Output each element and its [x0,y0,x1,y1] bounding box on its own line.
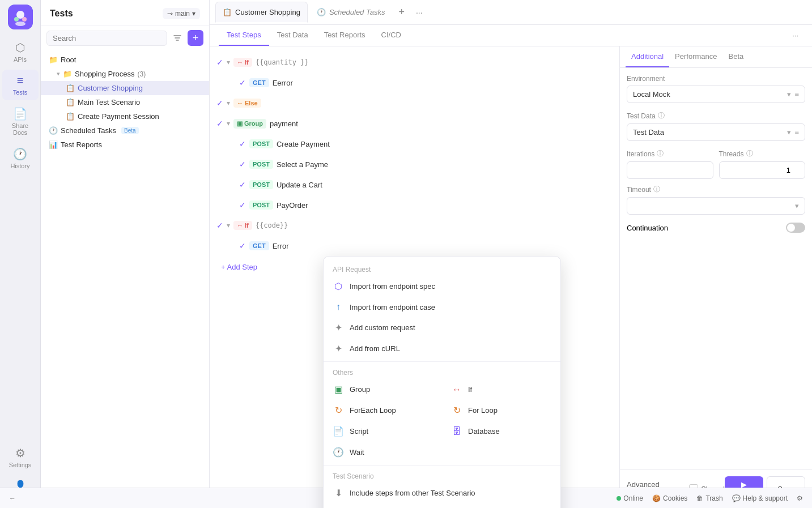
collapse-button[interactable]: ← [9,494,16,502]
tree-item-customer-shopping[interactable]: 📋 Customer Shopping [41,81,209,95]
timeout-select[interactable]: ▾ [627,197,805,215]
step-check-if1[interactable]: ✓ [216,58,223,67]
td-menu-icon: ≡ [794,128,799,136]
dropdown-import-endpoint-case[interactable]: ↑ Import from endpoint case [324,297,560,317]
rp-tab-additional[interactable]: Additional [626,46,669,67]
step-check-group[interactable]: ✓ [216,119,223,128]
environment-select[interactable]: Local Mock ▾ ≡ [627,86,805,103]
step-badge-group: ▣ Group [233,119,266,129]
tree-item-root[interactable]: 📁 Root [41,53,209,67]
main-area: 📋 Customer Shopping 🕐 Scheduled Tasks + … [210,0,812,508]
left-panel-header: Tests ⊸ main ▾ [41,0,209,25]
svg-point-3 [22,17,27,22]
threads-info-icon: ⓘ [746,149,753,159]
scenario-icon: 📋 [66,84,75,92]
divider-1 [324,361,560,362]
step-check-get2[interactable]: ✓ [239,241,246,250]
tab-customer-shopping[interactable]: 📋 Customer Shopping [215,2,308,23]
sub-tab-more-button[interactable]: ··· [788,27,803,44]
left-panel-title: Tests [50,8,73,19]
dropdown-add-custom-request[interactable]: ✦ Add custom request [324,317,560,338]
cookies-button[interactable]: 🍪 Cookies [652,494,687,502]
tree-item-scheduled-tasks[interactable]: 🕐 Scheduled Tasks Beta [41,123,209,138]
dropdown-import-endpoint-spec[interactable]: ⬡ Import from endpoint spec [324,276,560,297]
step-check-if2[interactable]: ✓ [216,221,223,230]
dropdown-wait[interactable]: 🕐 Wait [324,442,560,463]
branch-selector[interactable]: ⊸ main ▾ [163,8,200,19]
tree-item-shopping-process[interactable]: ▾ 📁 Shopping Process (3) [41,67,209,81]
tree-item-test-reports[interactable]: 📊 Test Reports [41,138,209,152]
tab-more-button[interactable]: ··· [411,6,427,19]
sidebar-item-tests[interactable]: ≡ Tests [2,70,39,100]
step-expand-if2[interactable]: ▾ [227,221,230,229]
group-icon: ▣ [237,120,243,127]
sub-tab-test-data[interactable]: Test Data [269,25,316,46]
sidebar-item-apis[interactable]: ⬡ APIs [2,36,39,67]
collapse-icon: ← [9,494,16,502]
test-data-select[interactable]: Test Data ▾ ≡ [627,123,805,141]
threads-input[interactable] [719,161,806,179]
dropdown-include-steps[interactable]: ⬇ Include steps from other Test Scenario [324,483,560,503]
if-icon: ↔ [237,59,243,66]
settings-button[interactable]: ⚙ [797,494,803,502]
continuation-toggle[interactable] [786,223,805,233]
curl-label: Add from cURL [350,344,400,353]
step-check-else[interactable]: ✓ [216,99,223,108]
trash-button[interactable]: 🗑 Trash [696,494,722,502]
dropdown-script[interactable]: 📄 Script [324,421,442,442]
sub-tab-ci-cd[interactable]: CI/CD [373,25,409,46]
dropdown-reference-scenario[interactable]: 🔗 Reference other Test Scenario [324,503,560,508]
history-icon: 🕐 [13,147,27,161]
history-label: History [10,163,29,169]
step-check-get[interactable]: ✓ [239,78,246,87]
step-expand-else[interactable]: ▾ [227,99,230,107]
tab-add-button[interactable]: + [394,4,409,20]
rp-tab-beta[interactable]: Beta [723,46,750,67]
step-check-post1[interactable]: ✓ [239,139,246,148]
search-input[interactable] [46,31,167,46]
step-badge-post1: POST [249,139,273,148]
environment-value: Local Mock [633,90,670,99]
dropdown-add-from-curl[interactable]: ✦ Add from cURL [324,338,560,359]
wait-icon: 🕐 [333,447,344,458]
steps-area: ✓ ▾ ↔ If {{quantity }} ✓ GET Eerror ✓ ▾ … [210,46,619,508]
tab-scheduled-tasks[interactable]: 🕐 Scheduled Tasks [310,2,392,22]
filter-button[interactable] [171,31,184,45]
step-check-post2[interactable]: ✓ [239,160,246,169]
sidebar-item-settings[interactable]: ⚙ Settings [2,442,39,473]
tab-scheduled-label: Scheduled Tasks [329,8,385,16]
dropdown-database[interactable]: 🗄 Database [442,421,560,442]
tree-item-customer-label: Customer Shopping [78,84,143,92]
custom-request-label: Add custom request [350,323,415,332]
step-check-post4[interactable]: ✓ [239,200,246,210]
trash-icon: 🗑 [696,494,703,502]
online-status[interactable]: Online [617,494,643,502]
rp-tab-performance[interactable]: Performance [669,46,722,67]
svg-point-4 [15,22,25,26]
right-panel: Additional Performance Beta Environment … [619,46,812,508]
sub-tab-test-reports[interactable]: Test Reports [316,25,373,46]
step-expand-if1[interactable]: ▾ [227,58,230,66]
sidebar-item-history[interactable]: 🕐 History [2,143,39,174]
dropdown-group[interactable]: ▣ Group [324,379,442,400]
step-code-if2: {{code}} [256,221,288,229]
step-expand-group[interactable]: ▾ [227,119,230,127]
sub-tab-test-steps[interactable]: Test Steps [219,25,269,46]
env-chevron-icon: ▾ [787,90,791,99]
tree-item-create-payment[interactable]: 📋 Create Payment Session [41,109,209,123]
help-button[interactable]: 💬 Help & support [732,494,788,502]
step-row-post3: ✓ POST Update a Cart [232,174,619,195]
api-request-section-title: API Request [324,261,560,276]
step-check-post3[interactable]: ✓ [239,180,246,189]
iterations-input[interactable] [627,161,713,179]
dropdown-for-loop[interactable]: ↻ For Loop [442,400,560,421]
add-button[interactable]: + [188,30,203,46]
dropdown-foreach-loop[interactable]: ↻ ForEach Loop [324,400,442,421]
left-panel: Tests ⊸ main ▾ + 📁 Root ▾ 📁 Shopping Pro… [41,0,210,508]
branch-chevron-icon: ▾ [192,10,195,18]
sidebar-item-share-docs[interactable]: 📄 Share Docs [2,103,39,140]
dropdown-if[interactable]: ↔ If [442,379,560,400]
tree-item-main-test[interactable]: 📋 Main Test Scenario [41,95,209,109]
folder-icon: 📁 [49,56,58,64]
step-badge-if2: ↔ If [233,221,252,230]
